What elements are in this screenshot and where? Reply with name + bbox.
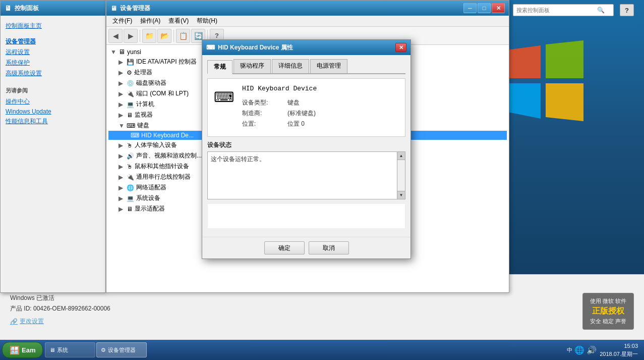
modal-footer: 确定 取消: [202, 237, 411, 259]
tab-details[interactable]: 详细信息: [272, 59, 309, 73]
cancel-button[interactable]: 取消: [309, 241, 349, 254]
input-method-icon: 中: [567, 346, 572, 354]
modal-extra-space: [207, 203, 405, 229]
devmgr-icon: ⚙: [101, 347, 106, 353]
device-icon-large: ⌨: [214, 87, 234, 107]
volume-icon: 🔊: [587, 345, 597, 355]
desktop: 🖥 控制面板 控制面板主页 设备管理器 远程设置 系统保护 高级系统设置 另请参…: [0, 0, 644, 360]
systray: 中 🌐 🔊: [567, 345, 597, 355]
device-info-area: ⌨ HID Keyboard Device 设备类型: 键盘 制造商: (标准键…: [207, 78, 405, 137]
prop-row-loc: 位置: 位置 0: [242, 120, 317, 128]
status-label: 设备状态: [207, 141, 405, 149]
tab-bar: 常规 驱动程序 详细信息 电源管理: [207, 59, 405, 74]
taskbar: 🪟 Eam 🖥 系统 ⚙ 设备管理器 中 🌐 🔊 15:03 2018.07.星…: [0, 340, 644, 360]
prop-mfr-value: (标准键盘): [287, 109, 316, 118]
ok-button[interactable]: 确定: [264, 241, 305, 254]
taskbar-item-devmgr[interactable]: ⚙ 设备管理器: [96, 342, 147, 357]
start-orb-icon: 🪟: [10, 345, 20, 355]
taskbar-items: 🖥 系统 ⚙ 设备管理器: [43, 342, 567, 357]
clock-date: 2018.07.星期一: [600, 350, 638, 358]
start-button[interactable]: 🪟 Eam: [2, 342, 43, 358]
modal-titlebar: ⌨ HID Keyboard Device 属性 ✕: [202, 40, 411, 55]
prop-loc-label: 位置:: [242, 120, 287, 128]
modal-title-text: HID Keyboard Device 属性: [218, 43, 395, 52]
modal-body: 常规 驱动程序 详细信息 电源管理 ⌨ HID Keyboard Device …: [202, 55, 411, 237]
system-label: 系统: [57, 346, 68, 354]
tab-general[interactable]: 常规: [207, 60, 232, 74]
taskbar-item-system[interactable]: 🖥 系统: [45, 342, 95, 357]
prop-row-mfr: 制造商: (标准键盘): [242, 109, 317, 118]
devmgr-label: 设备管理器: [108, 346, 136, 354]
scroll-track: [397, 160, 405, 191]
tab-driver[interactable]: 驱动程序: [233, 59, 271, 73]
prop-mfr-label: 制造商:: [242, 109, 287, 118]
clock-display[interactable]: 15:03 2018.07.星期一: [600, 342, 638, 358]
modal-dialog: ⌨ HID Keyboard Device 属性 ✕ 常规 驱动程序 详细信息 …: [202, 39, 411, 259]
taskbar-right: 中 🌐 🔊 15:03 2018.07.星期一: [567, 342, 642, 358]
modal-title-icon: ⌨: [206, 44, 215, 51]
scroll-up-arrow[interactable]: ▲: [397, 152, 405, 160]
prop-row-type: 设备类型: 键盘: [242, 98, 317, 107]
clock-time: 15:03: [600, 342, 638, 350]
tab-power[interactable]: 电源管理: [310, 59, 347, 73]
status-text: 这个设备运转正常。: [211, 156, 265, 163]
system-icon: 🖥: [49, 347, 55, 353]
start-label: Eam: [22, 346, 35, 354]
status-box: 这个设备运转正常。 ▲ ▼: [207, 151, 405, 199]
prop-type-value: 键盘: [287, 98, 300, 107]
prop-loc-value: 位置 0: [287, 120, 305, 128]
modal-overlay: ⌨ HID Keyboard Device 属性 ✕ 常规 驱动程序 详细信息 …: [0, 0, 644, 360]
scroll-down-arrow[interactable]: ▼: [397, 191, 405, 199]
status-scrollbar[interactable]: ▲ ▼: [397, 152, 405, 199]
network-icon: 🌐: [574, 345, 584, 355]
modal-close-btn[interactable]: ✕: [395, 43, 406, 52]
device-name: HID Keyboard Device: [242, 85, 317, 92]
prop-type-label: 设备类型:: [242, 98, 287, 107]
device-details: HID Keyboard Device 设备类型: 键盘 制造商: (标准键盘)…: [242, 85, 317, 130]
status-section: 设备状态 这个设备运转正常。 ▲ ▼: [207, 141, 405, 199]
